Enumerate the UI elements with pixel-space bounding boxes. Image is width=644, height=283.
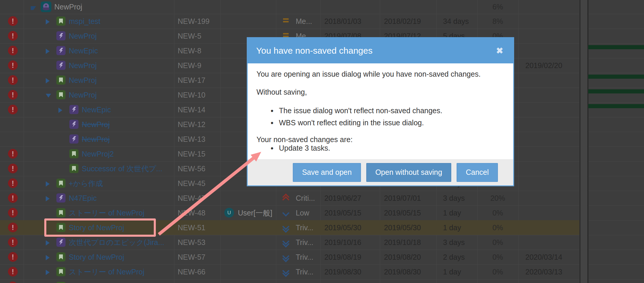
duration: 3 days (443, 191, 465, 205)
issue-summary-link[interactable]: NewProj (82, 117, 109, 132)
chevron-down (282, 282, 289, 283)
progress-percent: 0% (477, 220, 518, 235)
story-icon (56, 179, 66, 188)
priority-bar (283, 18, 289, 20)
table-row[interactable]: !Story of NewProjNEW-57Triv...2019/08/19… (0, 250, 644, 264)
expand-arrow-icon[interactable] (46, 181, 50, 187)
expand-arrow-icon[interactable] (46, 270, 50, 275)
issue-summary-link[interactable]: NewEpic (82, 102, 111, 117)
issue-summary-link[interactable]: NewEpic (69, 43, 98, 58)
issue-summary-link[interactable]: NewProj (54, 0, 82, 14)
progress-percent: 20% (477, 191, 518, 205)
table-row[interactable]: !ストーリー of NewProjNEW-48UUser[一般]Low2019/… (0, 205, 644, 220)
start-date: 2018/01/03 (324, 14, 361, 29)
issue-key: NEW-5 (178, 29, 201, 43)
bookmark-glyph (59, 181, 63, 186)
alert-icon: ! (8, 164, 18, 173)
table-row[interactable]: ! (0, 279, 644, 283)
lightning-glyph (72, 136, 76, 142)
issue-summary-link[interactable]: ストーリー of NewProj (69, 264, 144, 279)
expand-arrow-icon[interactable] (46, 196, 50, 201)
gantt-bar[interactable] (588, 89, 644, 93)
dialog-consequence-item: WBS won't reflect editing in the issue d… (271, 119, 504, 127)
dialog-header[interactable]: You have non-saved changes ✖ (248, 38, 513, 63)
alert-icon: ! (8, 223, 18, 232)
gantt-bar[interactable] (588, 75, 644, 79)
table-row[interactable]: !N47EpicNEW-47Criti...2019/06/272019/07/… (0, 191, 644, 205)
issue-summary-link[interactable]: NewProj (69, 88, 97, 102)
gantt-bar[interactable] (588, 45, 644, 49)
end-date: 2019/08/20 (384, 250, 421, 264)
issue-key: NEW-13 (178, 132, 205, 147)
table-row[interactable]: !mspi_testNEW-199Me...2018/01/032018/02/… (0, 14, 644, 29)
alert-icon: ! (8, 90, 18, 100)
alert-icon: ! (8, 208, 18, 218)
alert-icon: ! (8, 267, 18, 277)
alert-icon: ! (8, 178, 18, 188)
gantt-bar[interactable] (588, 104, 644, 108)
collapse-arrow-icon[interactable] (46, 94, 51, 98)
issue-key: NEW-10 (178, 88, 205, 102)
close-icon[interactable]: ✖ (496, 38, 503, 63)
issue-summary-link[interactable]: N47Epic (69, 191, 97, 205)
issue-summary-link[interactable]: NewProj (69, 58, 97, 73)
collapse-arrow-icon[interactable] (31, 6, 36, 10)
bookmark-glyph (59, 19, 63, 24)
start-date: 2019/08/30 (324, 264, 361, 279)
issue-key: NEW-57 (178, 250, 205, 264)
dialog-title: You have non-saved changes (256, 38, 372, 63)
dialog-body: You are opening an issue dialog while yo… (248, 63, 513, 159)
priority-trivial-icon (282, 224, 289, 231)
issue-key: NEW-9 (178, 58, 201, 73)
issue-key: NEW-47 (178, 191, 205, 205)
issue-key: NEW-14 (178, 102, 205, 117)
expand-arrow-icon[interactable] (46, 255, 50, 260)
issue-summary-link[interactable]: NewProj (82, 132, 109, 147)
table-row[interactable]: !ストーリー of NewProjNEW-66Triv...2019/08/30… (0, 264, 644, 279)
story-icon (56, 90, 66, 99)
priority-medium-icon (282, 18, 289, 25)
duration: 1 day (443, 205, 461, 220)
issue-key: NEW-56 (178, 161, 205, 176)
cancel-button[interactable]: Cancel (457, 163, 498, 182)
issue-summary-link[interactable]: NewProj (69, 73, 97, 88)
alert-icon: ! (8, 31, 18, 41)
start-date: 2019/05/30 (324, 220, 361, 235)
unsaved-changes-dialog: You have non-saved changes ✖ You are ope… (247, 37, 514, 186)
duration: 34 days (443, 14, 469, 29)
expand-arrow-icon[interactable] (46, 78, 50, 83)
issue-key: NEW-53 (178, 235, 205, 250)
progress-percent: 0% (477, 264, 518, 279)
bookmark-glyph (59, 254, 63, 259)
issue-summary-link[interactable]: NewProj (69, 29, 97, 43)
chevron-down (282, 209, 289, 216)
issue-key: NEW-15 (178, 147, 205, 161)
expand-arrow-icon[interactable] (46, 49, 50, 54)
priority-bar (283, 21, 289, 22)
issue-summary-link[interactable]: Story of NewProj (69, 250, 124, 264)
issue-summary-link[interactable]: 次世代プロのエピック(Jira... (69, 235, 164, 250)
issue-summary-link[interactable]: ストーリー of NewProj (69, 205, 144, 220)
epic-icon (56, 238, 66, 247)
lightning-glyph (72, 107, 76, 112)
progress-percent: 0% (477, 205, 518, 220)
table-row[interactable]: !次世代プロのエピック(Jira...NEW-53Triv...2019/10/… (0, 235, 644, 250)
issue-summary-link[interactable]: +から作成 (69, 176, 103, 191)
assignee-name: User[一般] (238, 205, 272, 220)
priority-critical-icon (282, 195, 289, 202)
issue-summary-link[interactable]: mspi_test (69, 14, 100, 29)
duration: 1 day (443, 264, 461, 279)
project-avatar-icon (41, 1, 51, 12)
issue-summary-link[interactable]: NewProj2 (82, 147, 114, 161)
open-without-saving-button[interactable]: Open without saving (366, 163, 452, 182)
expand-arrow-icon[interactable] (46, 19, 50, 24)
duration: 1 day (443, 220, 461, 235)
resolved-date: 2020/03/14 (525, 250, 562, 264)
save-and-open-button[interactable]: Save and open (293, 163, 361, 182)
table-row[interactable]: NewProj6% (0, 0, 644, 14)
resolved-date: 2020/03/13 (525, 264, 562, 279)
bookmark-glyph (59, 78, 63, 83)
issue-summary-link[interactable]: Successor of 次世代プ... (82, 161, 162, 176)
expand-arrow-icon[interactable] (58, 108, 62, 113)
expand-arrow-icon[interactable] (46, 240, 50, 246)
